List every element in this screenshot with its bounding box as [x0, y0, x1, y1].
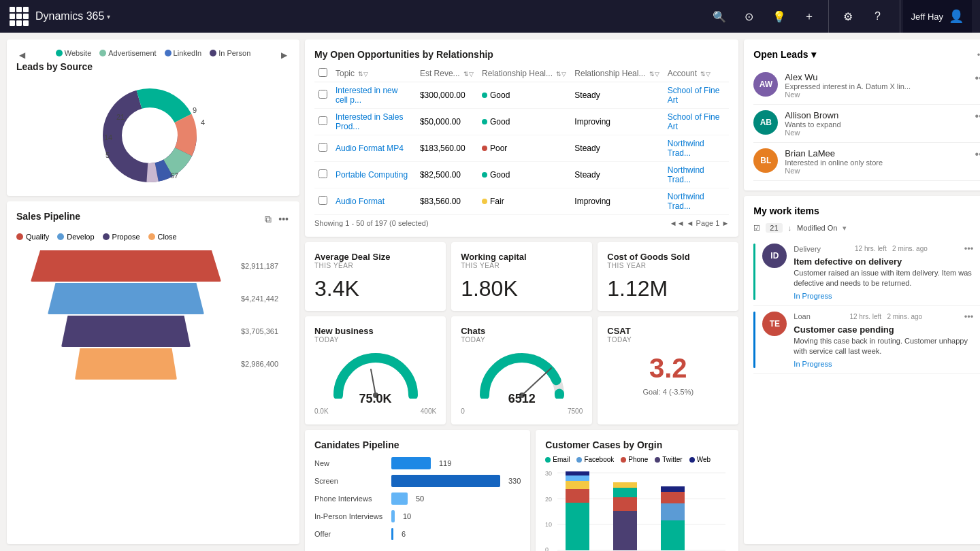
work-item-more[interactable]: •••: [964, 312, 974, 322]
waffle-menu[interactable]: [8, 5, 30, 27]
lead-name[interactable]: Brian LaMee: [785, 148, 968, 158]
topic-link[interactable]: Audio Format: [336, 197, 385, 206]
work-item-more[interactable]: •••: [964, 244, 974, 254]
legend-website[interactable]: Website: [56, 49, 92, 57]
row-revenue: $83,560.00: [416, 188, 478, 215]
phone-dot: [621, 457, 626, 463]
legend-linkedin[interactable]: LinkedIn: [165, 49, 202, 57]
new-business-sub: TODAY: [314, 336, 436, 344]
row-checkbox: [314, 162, 331, 188]
work-sort-label[interactable]: Modified On: [797, 224, 837, 232]
health2-sort: ⇅▽: [649, 71, 659, 78]
leads-prev-arrow[interactable]: ◀: [16, 49, 28, 61]
kpi-working-capital-title: Working capital: [461, 252, 583, 262]
qualify-dot: [16, 233, 23, 240]
svg-text:30: 30: [545, 470, 552, 477]
lead-avatar: AW: [753, 72, 778, 97]
row-health2: Improving: [570, 188, 663, 215]
account-link[interactable]: Northwind Trad...: [668, 165, 704, 184]
work-item-title: Customer case pending: [794, 324, 973, 335]
lead-name[interactable]: Alex Wu: [785, 72, 968, 82]
leads-list: AW Alex Wu Expressed interest in A. Datu…: [753, 67, 980, 181]
search-icon[interactable]: 🔍: [706, 3, 733, 30]
pipeline-more-icon[interactable]: •••: [277, 212, 290, 227]
row-select[interactable]: [318, 169, 327, 178]
kpi-working-capital-sub: THIS YEAR: [461, 262, 583, 269]
revenue-sort: ⇅▽: [463, 71, 474, 78]
lightbulb-icon[interactable]: 💡: [766, 3, 793, 30]
qualify-bar: [31, 250, 221, 282]
add-icon[interactable]: ＋: [796, 3, 823, 30]
col-health1[interactable]: Relationship Heal... ⇅▽: [478, 65, 570, 82]
account-link[interactable]: School of Fine Art: [668, 112, 720, 131]
left-column: ◀ Website Advertisement LinkedIn: [7, 39, 299, 544]
col-health2[interactable]: Relationship Heal... ⇅▽: [570, 65, 663, 82]
legend-advertisement[interactable]: Advertisement: [99, 49, 156, 57]
cases-g3-facebook: [661, 503, 685, 520]
close-value: $2,986,400: [235, 360, 290, 368]
row-revenue: $82,500.00: [416, 162, 478, 188]
cand-label: Screen: [314, 477, 386, 485]
topic-link[interactable]: Interested in Sales Prod...: [336, 112, 403, 131]
pipeline-expand-icon[interactable]: ⧉: [263, 212, 273, 227]
lead-more-icon[interactable]: •••: [975, 72, 980, 84]
col-revenue[interactable]: Est Reve... ⇅▽: [416, 65, 478, 82]
row-select[interactable]: [318, 143, 327, 152]
pipeline-header: Sales Pipeline ⧉ •••: [16, 211, 290, 227]
row-account: Northwind Trad...: [664, 162, 730, 188]
settings-icon[interactable]: ⚙: [834, 3, 862, 30]
work-sort-chevron[interactable]: ▾: [843, 224, 847, 233]
legend-inperson[interactable]: In Person: [210, 49, 250, 57]
work-item-status: In Progress: [794, 360, 973, 368]
nav-divider: [828, 0, 829, 33]
account-link[interactable]: Northwind Trad...: [668, 192, 704, 211]
topic-link[interactable]: Audio Format MP4: [336, 144, 404, 153]
select-all-checkbox[interactable]: [318, 68, 327, 77]
open-leads-more[interactable]: •••: [977, 50, 980, 60]
row-topic: Interested in Sales Prod...: [331, 109, 416, 135]
row-revenue: $300,000.00: [416, 82, 478, 109]
chats-sub: TODAY: [461, 336, 583, 344]
funnel-row-qualify: $2,911,187: [16, 250, 290, 282]
csat-container: 3.2 Goal: 4 (-3.5%): [607, 348, 729, 396]
lead-name[interactable]: Allison Brown: [785, 110, 968, 120]
title-chevron[interactable]: ▾: [107, 13, 110, 20]
open-leads-chevron[interactable]: ▾: [811, 49, 816, 60]
target-icon[interactable]: ⊙: [736, 3, 763, 30]
qualify-bar-wrap: [16, 250, 235, 282]
help-icon[interactable]: ?: [864, 3, 892, 30]
new-business-title: New business: [314, 326, 436, 336]
candidate-bar-row: Screen 330: [314, 475, 521, 487]
col-account[interactable]: Account ⇅▽: [664, 65, 730, 82]
user-profile[interactable]: Jeff Hay 👤: [903, 0, 972, 33]
row-select[interactable]: [318, 116, 327, 125]
work-checklist-icon: ☑: [753, 224, 760, 233]
candidate-bar-row: In-Person Interviews 10: [314, 510, 521, 522]
leads-next-arrow[interactable]: ▶: [278, 49, 290, 61]
lead-more-icon[interactable]: •••: [975, 148, 980, 161]
opps-header-row: Topic ⇅▽ Est Reve... ⇅▽ Relationship Hea…: [314, 65, 729, 82]
row-health2: Steady: [570, 162, 663, 188]
top-navigation: Dynamics 365 ▾ 🔍 ⊙ 💡 ＋ ⚙ ? Jeff Hay 👤: [0, 0, 980, 33]
new-business-gauge-container: 75.0K 0.0K 400K: [314, 348, 436, 415]
work-info: Loan 12 hrs. left 2 mins. ago ••• Custom…: [794, 312, 973, 368]
row-select[interactable]: [318, 196, 327, 205]
close-bar-wrap: [16, 348, 235, 380]
lead-more-icon[interactable]: •••: [975, 110, 980, 122]
open-leads-card: Open Leads ▾ ••• AW Alex Wu Expressed in…: [744, 39, 980, 190]
health1-dot: [482, 146, 487, 151]
opps-pagination[interactable]: ◄◄ ◄ Page 1 ►: [670, 219, 730, 227]
health1-dot: [482, 93, 487, 98]
row-select[interactable]: [318, 90, 327, 99]
topic-link[interactable]: Portable Computing: [336, 170, 408, 180]
work-item-header: Delivery 12 hrs. left 2 mins. ago •••: [794, 244, 973, 254]
svg-text:9: 9: [193, 106, 197, 114]
opps-footer: Showing 1 - 50 of 197 (0 selected) ◄◄ ◄ …: [314, 219, 729, 227]
legend-web: Web: [689, 456, 710, 463]
topic-link[interactable]: Interested in new cell p...: [336, 86, 397, 105]
candidates-pipeline-card: Canidates Pipeline New 119 Screen 330 Ph…: [305, 430, 530, 551]
col-topic[interactable]: Topic ⇅▽: [331, 65, 416, 82]
work-item-type: Loan: [794, 312, 810, 320]
account-link[interactable]: Northwind Trad...: [668, 139, 704, 158]
account-link[interactable]: School of Fine Art: [668, 86, 720, 105]
